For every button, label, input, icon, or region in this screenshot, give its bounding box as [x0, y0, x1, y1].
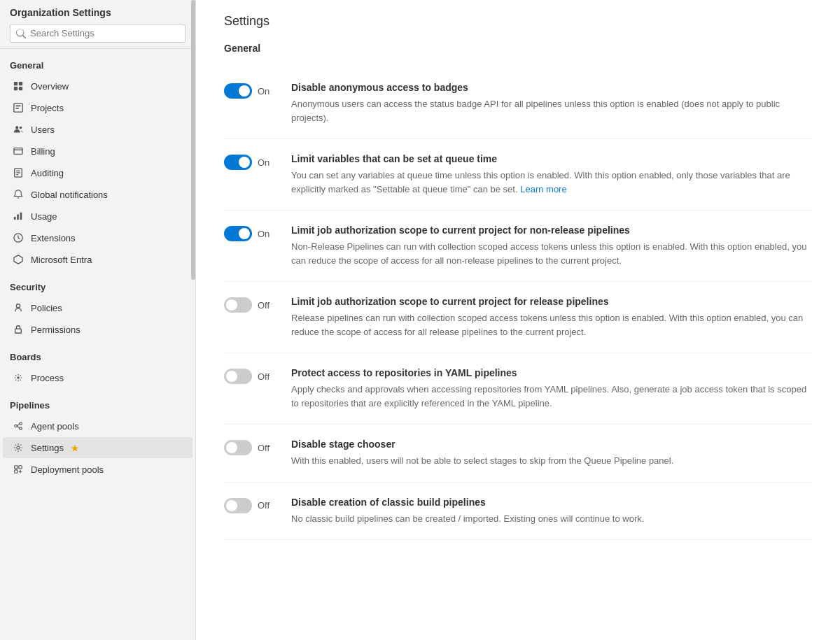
- toggle-area-limit-variables-queue: On: [224, 153, 274, 170]
- sidebar-item-auditing[interactable]: Auditing: [3, 162, 192, 183]
- svg-point-18: [16, 304, 20, 308]
- toggle-track-disable-stage-chooser: [224, 440, 252, 455]
- svg-rect-5: [16, 106, 21, 107]
- sidebar-section-label: Boards: [0, 341, 195, 367]
- toggle-label-disable-stage-chooser: Off: [258, 443, 274, 453]
- sidebar-item-label: Projects: [31, 103, 64, 113]
- toggle-track-limit-job-auth-nonrelease: [224, 226, 252, 241]
- setting-row-limit-variables-queue: OnLimit variables that can be set at que…: [224, 139, 812, 211]
- toggle-limit-job-auth-nonrelease[interactable]: [224, 226, 252, 241]
- setting-title-disable-classic-build: Disable creation of classic build pipeli…: [291, 497, 812, 508]
- process-icon: [13, 372, 24, 383]
- sidebar-item-users[interactable]: Users: [3, 119, 192, 140]
- sidebar-section-general: GeneralOverviewProjectsUsersBillingAudit…: [0, 49, 195, 270]
- sidebar-item-projects[interactable]: Projects: [3, 97, 192, 118]
- svg-rect-0: [14, 82, 18, 85]
- toggle-track-limit-job-auth-release: [224, 297, 252, 313]
- sidebar-item-label: Deployment pools: [31, 464, 104, 475]
- sidebar-item-deployment-pools[interactable]: Deployment pools: [3, 459, 192, 480]
- sidebar-item-policies[interactable]: Policies: [3, 297, 192, 318]
- svg-rect-29: [15, 470, 18, 473]
- page-title: Settings: [224, 14, 812, 29]
- toggle-area-limit-job-auth-release: Off: [224, 296, 274, 313]
- setting-desc-limit-variables-queue: You can set any variables at queue time …: [291, 169, 812, 196]
- sidebar-item-extensions[interactable]: Extensions: [3, 227, 192, 248]
- svg-point-7: [15, 126, 18, 129]
- sidebar-item-process[interactable]: Process: [3, 367, 192, 388]
- sidebar-item-agent-pools[interactable]: Agent pools: [3, 415, 192, 436]
- svg-point-26: [17, 446, 20, 449]
- toggle-track-limit-variables-queue: [224, 155, 252, 170]
- setting-row-disable-classic-build: OffDisable creation of classic build pip…: [224, 483, 812, 541]
- sidebar-item-label: Permissions: [31, 325, 80, 335]
- svg-point-23: [20, 427, 22, 430]
- toggle-label-limit-job-auth-nonrelease: On: [258, 229, 274, 239]
- sidebar-section-security: SecurityPoliciesPermissions: [0, 271, 195, 340]
- setting-content-limit-job-auth-release: Limit job authorization scope to current…: [291, 296, 812, 339]
- sidebar-section-label: Security: [0, 271, 195, 297]
- sidebar-item-label: Policies: [31, 303, 62, 313]
- sidebar-item-permissions[interactable]: Permissions: [3, 319, 192, 340]
- auditing-icon: [13, 167, 24, 178]
- settings-list: OnDisable anonymous access to badgesAnon…: [224, 68, 812, 540]
- sidebar: Organization Settings GeneralOverviewPro…: [0, 0, 196, 640]
- toggle-track-disable-classic-build: [224, 498, 252, 513]
- extensions-icon: [13, 232, 24, 243]
- setting-row-disable-stage-chooser: OffDisable stage chooserWith this enable…: [224, 425, 812, 483]
- sidebar-item-label: Settings: [31, 443, 64, 453]
- svg-rect-2: [14, 87, 18, 90]
- entra-icon: [13, 254, 24, 265]
- toggle-protect-yaml-repos[interactable]: [224, 369, 252, 384]
- setting-desc-disable-anonymous-badges: Anonymous users can access the status ba…: [291, 97, 812, 125]
- toggle-area-disable-classic-build: Off: [224, 497, 274, 513]
- setting-content-disable-stage-chooser: Disable stage chooserWith this enabled, …: [291, 439, 812, 468]
- sidebar-section-pipelines: PipelinesAgent poolsSettings Deployment …: [0, 389, 195, 480]
- svg-rect-1: [19, 82, 22, 85]
- setting-title-protect-yaml-repos: Protect access to repositories in YAML p…: [291, 367, 812, 378]
- users-icon: [13, 124, 24, 135]
- toggle-area-limit-job-auth-nonrelease: On: [224, 225, 274, 241]
- setting-content-disable-classic-build: Disable creation of classic build pipeli…: [291, 497, 812, 526]
- svg-point-21: [15, 425, 18, 427]
- sidebar-item-global-notifications[interactable]: Global notifications: [3, 184, 192, 205]
- sidebar-item-overview[interactable]: Overview: [3, 76, 192, 97]
- sidebar-item-label: Microsoft Entra: [31, 255, 92, 265]
- sidebar-item-label: Users: [31, 125, 55, 135]
- setting-title-disable-anonymous-badges: Disable anonymous access to badges: [291, 82, 812, 93]
- learn-more-link[interactable]: Learn more: [520, 184, 566, 194]
- sidebar-item-billing[interactable]: Billing: [3, 141, 192, 162]
- toggle-disable-anonymous-badges[interactable]: [224, 83, 252, 99]
- toggle-thumb-limit-job-auth-release: [226, 299, 237, 311]
- toggle-disable-stage-chooser[interactable]: [224, 440, 252, 455]
- search-box[interactable]: [10, 24, 186, 43]
- setting-desc-disable-classic-build: No classic build pipelines can be create…: [291, 512, 812, 526]
- setting-desc-protect-yaml-repos: Apply checks and approvals when accessin…: [291, 383, 812, 410]
- sidebar-content: GeneralOverviewProjectsUsersBillingAudit…: [0, 49, 195, 640]
- sidebar-section-label: General: [0, 49, 195, 75]
- toggle-area-disable-stage-chooser: Off: [224, 439, 274, 455]
- svg-rect-19: [15, 329, 22, 333]
- sidebar-item-usage[interactable]: Usage: [3, 206, 192, 227]
- setting-content-limit-job-auth-nonrelease: Limit job authorization scope to current…: [291, 225, 812, 267]
- setting-content-protect-yaml-repos: Protect access to repositories in YAML p…: [291, 367, 812, 410]
- sidebar-item-settings[interactable]: Settings: [3, 437, 192, 458]
- setting-title-disable-stage-chooser: Disable stage chooser: [291, 439, 812, 450]
- sidebar-item-microsoft-entra[interactable]: Microsoft Entra: [3, 249, 192, 270]
- setting-desc-limit-job-auth-release: Release pipelines can run with collectio…: [291, 311, 812, 339]
- svg-rect-9: [14, 148, 22, 155]
- agent-pools-icon: [13, 420, 24, 432]
- notifications-icon: [13, 189, 24, 200]
- toggle-limit-variables-queue[interactable]: [224, 155, 252, 170]
- sidebar-item-label: Usage: [31, 211, 57, 222]
- toggle-disable-classic-build[interactable]: [224, 498, 252, 513]
- setting-title-limit-job-auth-release: Limit job authorization scope to current…: [291, 296, 812, 307]
- toggle-track-protect-yaml-repos: [224, 369, 252, 384]
- svg-rect-14: [14, 217, 16, 220]
- toggle-thumb-protect-yaml-repos: [226, 371, 237, 382]
- search-input[interactable]: [30, 28, 179, 38]
- sidebar-scrollbar[interactable]: [191, 0, 195, 640]
- setting-row-limit-job-auth-release: OffLimit job authorization scope to curr…: [224, 282, 812, 353]
- toggle-limit-job-auth-release[interactable]: [224, 297, 252, 313]
- sidebar-item-label: Auditing: [31, 168, 64, 178]
- svg-rect-16: [20, 213, 22, 220]
